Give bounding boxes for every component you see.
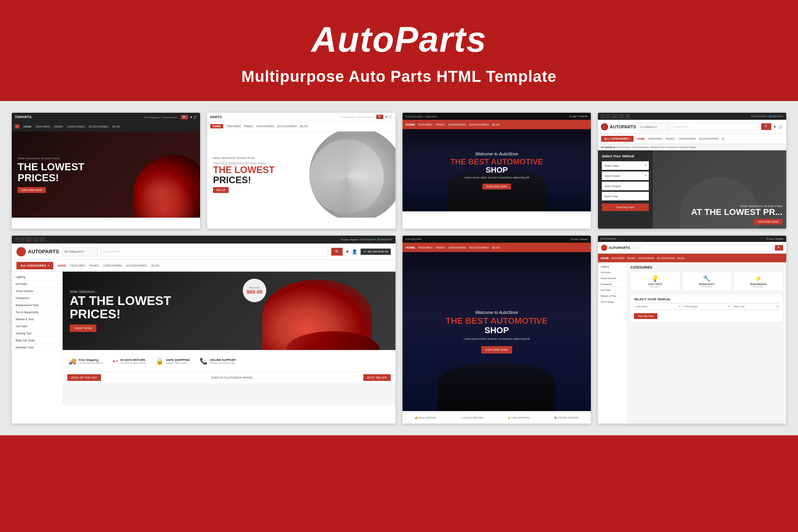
search-btn-1[interactable]: 🔍	[181, 115, 188, 119]
hero-image-4: Wide Selections Of Auto Parts AT THE LOW…	[653, 150, 786, 229]
select-engine-box[interactable]: Select Engine	[602, 182, 649, 190]
sidebar-item[interactable]: Tool & Equip.	[598, 299, 627, 305]
search-bar-7: AUTOPARTS Search... 🔍	[598, 242, 786, 254]
screenshot-7: $ US DOLLAR ▾ $ Login / Register AUTOPAR…	[598, 236, 786, 424]
cart-btn-5[interactable]: 🛒 My Cart $162.00	[361, 249, 391, 255]
hero-2: Wide Selections Of Auto Parts The Best S…	[207, 132, 395, 218]
top-bar-6: $ US DOLLAR ▾ $ Login / Register	[403, 236, 591, 243]
cat-item[interactable]: 🔧 REPAIR PARTS 40 products	[682, 272, 732, 291]
brand-label: TOPARTS	[15, 115, 31, 119]
nav-top-2: PARTS All Categories ▾ keyword here... 🔍…	[207, 113, 395, 121]
wheel-logo-4	[601, 123, 608, 130]
sidebar-item[interactable]: Replacement Parts›	[12, 302, 62, 309]
sidebar-item[interactable]: Car Parts	[12, 323, 62, 330]
sidebar-item[interactable]: Wheels & Tires	[12, 316, 62, 323]
categories-title: CATEGORIES	[630, 265, 783, 269]
top-bar-7: $ US DOLLAR ▾ $ Login / Register	[598, 236, 786, 242]
content-area-5: Lighting› Oil Fluids› Smart Devices› Pai…	[12, 272, 395, 405]
sidebar-item[interactable]: Gaming Toys	[12, 330, 62, 337]
sidebar-item[interactable]: Tool & Equipments	[12, 309, 62, 316]
sidebar-item[interactable]: Smart Devices›	[12, 288, 62, 295]
explore-btn-3[interactable]: EXPLORE NOW	[482, 184, 511, 189]
nav-home-1[interactable]: HOME	[23, 125, 32, 128]
cat-item[interactable]: 💡 LIGHT PARTS 38 products	[630, 272, 680, 291]
hero-3: Welcome to AutoStore THE BEST AUTOMOTIVE…	[403, 129, 591, 211]
select-year-7[interactable]: Select Year ▾	[732, 303, 780, 310]
nav-home-5[interactable]: HOME	[57, 264, 66, 267]
wheel-logo-5	[16, 247, 26, 256]
select-vehicle-title: SELECT YOUR VEHICAL	[634, 298, 780, 301]
cat-item[interactable]: ⚡ PERFORMANCE 125 products	[733, 272, 783, 291]
explore-btn-4[interactable]: EXPLORE NOW	[754, 219, 782, 225]
nav-main-3: HOME FEATURES PAGES CATEGORIES ACCESSORI…	[403, 120, 591, 129]
screenshots-grid: TOPARTS All Categories ▾ keyword here...…	[0, 101, 798, 435]
search-btn-4[interactable]: 🔍	[761, 123, 771, 130]
vehicle-select-panel: Select Your Vehical Select Make ▾ Select…	[598, 150, 653, 229]
vehicle-select-7: SELECT YOUR VEHICAL Select Make ▾ Select…	[630, 294, 783, 323]
sidebar-item[interactable]: Wheels & Tires	[598, 293, 627, 299]
search-input-7[interactable]: Search...	[632, 244, 773, 251]
page-title: AutoParts	[8, 20, 790, 60]
all-categories-btn-5[interactable]: ALL CATEGORIES ≡	[16, 262, 53, 269]
sidebar-item[interactable]: Car Parts	[598, 287, 627, 293]
explore-btn-1[interactable]: EXPLORE NOW	[18, 187, 46, 193]
sidebar-item[interactable]: Paintworks	[12, 295, 62, 302]
price-badge-5: Price From $69.00	[243, 279, 266, 302]
shipping-bar-6: 🚚 FREE SHIPPING ↩ 30 DAYS RETURN 🔒 SAFE …	[403, 411, 591, 424]
content-7: Lighting Oil Fluids Smart Devices Paintw…	[598, 262, 786, 424]
select-make-7[interactable]: Select Make ▾	[634, 303, 681, 310]
sidebar-item[interactable]: Motobike Care	[12, 344, 62, 351]
hero-banner-5: Wide Selections... AT THE LOWEST PRICES!…	[63, 272, 395, 350]
explore-btn-6[interactable]: EXPLORE NOW	[481, 346, 513, 353]
sidebar-item[interactable]: Baby Car Seats	[12, 337, 62, 344]
nav-top-bar: TOPARTS All Categories ▾ keyword here...…	[12, 113, 200, 121]
social-bar-4: f t g+ p in $ US DOLLAR ▾ 🌐 ENGLISH ▾	[598, 113, 786, 120]
nav-7: HOME FEATURES PAGES CATEGORIES ACCESSORI…	[598, 254, 786, 262]
sidebar-item[interactable]: Lighting›	[12, 274, 62, 281]
keyword-input-4[interactable]: Keyword here...	[672, 123, 759, 131]
deal-btn[interactable]: DEAL OF THE DAY	[67, 374, 101, 381]
shop-now-btn[interactable]: SHOP NOW	[70, 325, 96, 332]
car-glow-1	[134, 179, 196, 218]
hero-text-1: Wide Selections Of Auto Parts THE LOWEST…	[18, 157, 84, 193]
best-seller-btn[interactable]: BEST SELLER	[363, 374, 391, 381]
find-btn-7[interactable]: Find My Part	[634, 313, 657, 319]
features-bar-5: 🚚 Free Shipping On all orders over $99.0…	[63, 350, 395, 371]
hero-section-4: Select Your Vehical Select Make ▾ Select…	[598, 150, 786, 229]
categories-grid: 💡 LIGHT PARTS 38 products 🔧 REPAIR PARTS…	[630, 272, 783, 291]
select-engine-7[interactable]: Select Engine ▾	[683, 303, 730, 310]
main-content-5: Wide Selections... AT THE LOWEST PRICES!…	[63, 272, 395, 405]
find-part-btn[interactable]: Find My Part	[602, 204, 649, 211]
hero-text-6: Welcome to AutoStore THE BEST AUTOMOTIVE…	[446, 310, 547, 353]
header-section: AutoParts Multipurpose Auto Parts HTML T…	[0, 0, 798, 101]
nav-main-5: ALL CATEGORIES ≡ HOME FEATURES PAGES CAT…	[12, 260, 395, 272]
page-subtitle: Multipurpose Auto Parts HTML Template	[8, 68, 790, 85]
screenshot-4: f t g+ p in $ US DOLLAR ▾ 🌐 ENGLISH ▾ AU…	[598, 113, 786, 229]
main-7: CATEGORIES 💡 LIGHT PARTS 38 products 🔧 R…	[627, 262, 786, 424]
sidebar-item[interactable]: Paintworks	[598, 281, 627, 287]
sidebar-5: Lighting› Oil Fluids› Smart Devices› Pai…	[12, 272, 63, 405]
screenshot-5: f t g+ p in $ Login / Register $ US DOLL…	[12, 236, 395, 424]
search-btn-2[interactable]: 🔍	[376, 115, 383, 119]
sidebar-item[interactable]: Smart Devices	[598, 276, 627, 281]
screenshot-1: TOPARTS All Categories ▾ keyword here...…	[12, 113, 200, 229]
all-categories-btn[interactable]: ALL CATEGORIES ≡	[601, 136, 634, 142]
promo-text: SUNT IN CULPA BACK WHEEL	[105, 376, 359, 379]
sidebar-item[interactable]: Oil Fluids	[598, 270, 627, 276]
promo-bar-5: DEAL OF THE DAY SUNT IN CULPA BACK WHEEL…	[63, 371, 395, 383]
keyword-input-5[interactable]: Keyword here...	[101, 247, 328, 256]
nav-top-3: $ US DOLLAR ▾ ENGLISH ▾ $ Login / Regist…	[403, 113, 591, 120]
hero-text-5: Wide Selections... AT THE LOWEST PRICES!…	[70, 290, 171, 332]
sidebar-mini-7: Lighting Oil Fluids Smart Devices Paintw…	[598, 262, 627, 424]
search-btn-5[interactable]: 🔍	[331, 248, 343, 256]
search-bar-5: AUTOPARTS All Categories ▾ Keyword here.…	[12, 243, 395, 260]
hero-6: Welcome to AutoStore THE BEST AUTOMOTIVE…	[403, 252, 591, 411]
search-btn-7[interactable]: 🔍	[775, 245, 783, 251]
sidebar-item[interactable]: Oil Fluids›	[12, 281, 62, 288]
sidebar-item[interactable]: Lighting	[598, 264, 627, 270]
social-bar-5: f t g+ p in $ Login / Register $ US DOLL…	[12, 236, 395, 243]
hero-text-right: Wide Selections Of Auto Parts AT THE LOW…	[691, 204, 782, 225]
select-model-box[interactable]: Select Model ▾	[602, 171, 649, 180]
select-year-box[interactable]: Select Year	[602, 192, 649, 200]
select-make-box[interactable]: Select Make ▾	[602, 161, 649, 170]
